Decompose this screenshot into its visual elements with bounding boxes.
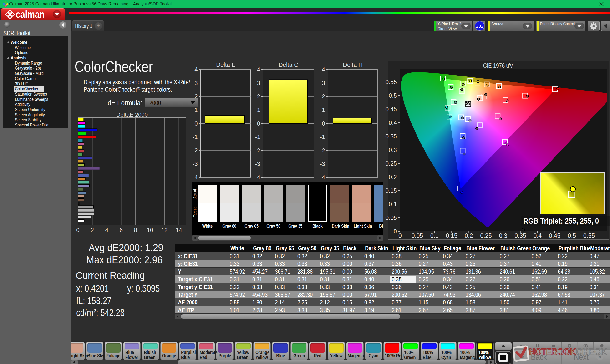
svg-text:-2: -2	[255, 147, 260, 154]
svg-text:0.25: 0.25	[385, 160, 397, 167]
svg-text:2: 2	[257, 93, 260, 100]
svg-text:0.1: 0.1	[430, 232, 439, 239]
svg-text:0.15: 0.15	[446, 232, 457, 239]
svg-text:0.35: 0.35	[385, 133, 397, 140]
svg-text:10: 10	[147, 227, 153, 233]
svg-text:3: 3	[257, 80, 260, 86]
svg-text:0.55: 0.55	[385, 78, 397, 85]
svg-text:NOTEBOOK: NOTEBOOK	[529, 346, 576, 357]
svg-text:3: 3	[322, 80, 325, 86]
svg-text:-1: -1	[193, 134, 197, 140]
svg-text:0: 0	[398, 232, 402, 239]
svg-text:-3: -3	[193, 161, 197, 167]
svg-text:1: 1	[322, 107, 325, 113]
svg-text:-1: -1	[255, 134, 260, 140]
svg-text:-3: -3	[320, 161, 325, 167]
svg-text:0.3: 0.3	[499, 232, 507, 239]
svg-text:-4: -4	[193, 174, 197, 181]
svg-text:6: 6	[120, 227, 123, 233]
svg-text:0: 0	[394, 228, 397, 235]
svg-text:-2: -2	[193, 147, 197, 154]
svg-text:Delta C: Delta C	[279, 62, 298, 68]
svg-text:-4: -4	[255, 174, 260, 181]
svg-text:2: 2	[195, 93, 197, 100]
svg-text:0.4: 0.4	[389, 119, 397, 126]
svg-text:0.45: 0.45	[385, 106, 397, 112]
svg-text:0.05: 0.05	[412, 232, 423, 239]
svg-text:3: 3	[195, 80, 197, 86]
svg-text:0: 0	[322, 120, 325, 127]
svg-text:12: 12	[161, 227, 168, 233]
svg-text:2: 2	[322, 93, 325, 100]
svg-text:2: 2	[91, 227, 94, 233]
svg-text:DeltaE 2000: DeltaE 2000	[116, 112, 148, 118]
svg-text:0.25: 0.25	[480, 232, 492, 239]
svg-text:0.1: 0.1	[389, 201, 397, 208]
svg-text:0.05: 0.05	[385, 214, 397, 221]
svg-text:1: 1	[195, 107, 197, 113]
svg-text:0: 0	[76, 227, 79, 233]
svg-text:-4: -4	[320, 174, 325, 181]
svg-text:4: 4	[105, 227, 108, 233]
svg-text:Delta L: Delta L	[216, 62, 235, 68]
svg-text:0.15: 0.15	[385, 187, 397, 194]
svg-text:-3: -3	[255, 161, 260, 167]
svg-text:8: 8	[134, 227, 137, 233]
svg-text:0.4: 0.4	[533, 232, 542, 239]
svg-text:0.5: 0.5	[389, 92, 397, 99]
svg-text:4: 4	[257, 66, 260, 73]
svg-text:CHECK: CHECK	[576, 346, 607, 357]
svg-text:0.2: 0.2	[465, 232, 473, 239]
svg-text:1: 1	[257, 107, 260, 113]
svg-text:4: 4	[322, 66, 325, 73]
svg-text:-1: -1	[320, 134, 325, 140]
svg-text:0.55: 0.55	[583, 232, 595, 239]
svg-text:0.3: 0.3	[389, 146, 397, 153]
svg-text:0: 0	[195, 120, 197, 127]
svg-text:-2: -2	[320, 147, 325, 154]
svg-text:Delta H: Delta H	[343, 62, 363, 68]
svg-text:0.35: 0.35	[514, 232, 526, 239]
svg-text:14: 14	[176, 227, 182, 233]
svg-text:0.5: 0.5	[568, 232, 576, 239]
svg-text:0.2: 0.2	[389, 174, 397, 180]
svg-text:0: 0	[257, 120, 260, 127]
svg-text:4: 4	[195, 66, 197, 73]
svg-text:0.45: 0.45	[549, 232, 561, 239]
